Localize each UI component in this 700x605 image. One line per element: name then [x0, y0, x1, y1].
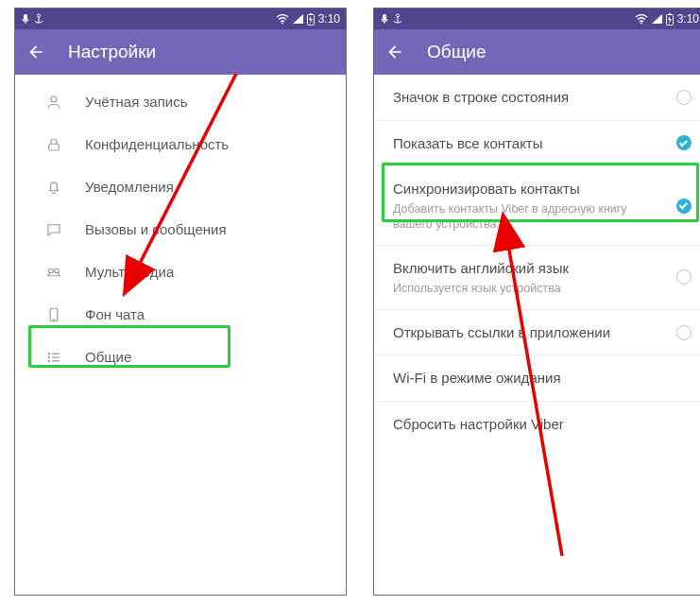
microphone-icon — [21, 13, 30, 25]
status-right-icons: 3:10 — [276, 12, 340, 26]
svg-point-17 — [48, 356, 49, 357]
radio-off-icon[interactable] — [676, 90, 691, 105]
svg-rect-21 — [383, 14, 386, 21]
arrow-left-icon — [26, 43, 45, 61]
svg-point-19 — [48, 360, 49, 361]
back-button[interactable] — [26, 43, 45, 61]
general-item-status-icon[interactable]: Значок в строке состояния — [374, 75, 700, 121]
status-left-icons — [380, 13, 402, 25]
general-item-title: Синхронизировать контакты — [393, 180, 657, 199]
svg-point-15 — [48, 353, 49, 354]
svg-marker-8 — [309, 16, 313, 24]
svg-point-23 — [397, 14, 400, 17]
arrow-left-icon — [385, 43, 404, 61]
svg-rect-0 — [24, 14, 27, 21]
signal-icon — [293, 14, 303, 24]
general-item-subtitle: Добавить контакты Viber в адресную книгу… — [393, 201, 657, 233]
radio-off-icon[interactable] — [676, 325, 691, 340]
status-right-icons: 3:10 — [635, 12, 699, 26]
svg-point-25 — [640, 22, 642, 24]
svg-point-12 — [55, 268, 60, 273]
general-item-english[interactable]: Включить английский язык Используется яз… — [374, 246, 700, 310]
app-header: Настройки — [15, 29, 346, 75]
phone-frame-icon — [43, 304, 64, 325]
settings-item-label: Учётная запись — [85, 94, 188, 110]
app-header: Общие — [374, 29, 700, 75]
general-item-sync-contacts[interactable]: Синхронизировать контакты Добавить конта… — [374, 166, 700, 246]
settings-item-calls[interactable]: Вызовы и сообщения — [15, 208, 346, 251]
general-item-title: Включить английский язык — [393, 259, 657, 278]
status-bar: 3:10 — [15, 9, 346, 29]
wifi-icon — [276, 14, 289, 25]
settings-item-notifications[interactable]: Уведомления — [15, 165, 346, 208]
settings-item-general[interactable]: Общие — [15, 336, 346, 378]
radio-on-icon[interactable] — [676, 135, 691, 150]
settings-item-account[interactable]: Учётная запись — [15, 80, 346, 123]
general-item-title: Показать все контакты — [393, 134, 657, 153]
general-item-title: Значок в строке состояния — [393, 88, 657, 107]
general-item-title: Открывать ссылки в приложении — [393, 323, 657, 342]
status-left-icons — [21, 13, 43, 25]
microphone-icon — [380, 13, 389, 25]
settings-item-background[interactable]: Фон чата — [15, 293, 346, 336]
page-title: Настройки — [68, 42, 156, 62]
settings-item-label: Общие — [85, 349, 131, 365]
signal-icon — [652, 14, 662, 24]
settings-item-label: Уведомления — [85, 179, 174, 195]
general-item-reset[interactable]: Сбросить настройки Viber — [374, 402, 700, 447]
general-item-title: Сбросить настройки Viber — [393, 415, 657, 434]
settings-item-label: Вызовы и сообщения — [85, 221, 227, 237]
settings-item-label: Мультимедиа — [85, 264, 174, 280]
radio-on-icon[interactable] — [676, 199, 691, 214]
lock-icon — [43, 134, 64, 155]
user-icon — [43, 92, 64, 112]
status-time: 3:10 — [677, 12, 699, 26]
media-icon — [43, 262, 64, 283]
settings-item-privacy[interactable]: Конфиденциальность — [15, 123, 346, 165]
bell-icon — [43, 177, 64, 198]
page-title: Общие — [427, 42, 486, 62]
svg-point-9 — [51, 96, 57, 102]
radio-off-icon[interactable] — [676, 269, 691, 285]
svg-marker-26 — [652, 14, 662, 24]
svg-point-11 — [49, 268, 54, 273]
general-item-wifi-sleep[interactable]: Wi-Fi в режиме ожидания — [374, 355, 700, 402]
status-bar: 3:10 — [374, 9, 700, 29]
svg-rect-10 — [49, 144, 60, 150]
phone-settings: 3:10 Настройки Учётная запись Конфиденци… — [14, 8, 347, 596]
general-item-title: Wi-Fi в режиме ожидания — [393, 369, 657, 388]
battery-charging-icon — [307, 13, 315, 26]
chat-icon — [43, 219, 64, 240]
list-icon — [43, 347, 64, 368]
anchor-icon — [34, 13, 43, 25]
general-item-subtitle: Используется язык устройства — [393, 281, 657, 296]
battery-charging-icon — [666, 13, 674, 26]
anchor-icon — [393, 13, 402, 25]
settings-list: Учётная запись Конфиденциальность Уведом… — [15, 75, 346, 384]
settings-item-media[interactable]: Мультимедиа — [15, 251, 346, 293]
general-item-links[interactable]: Открывать ссылки в приложении — [374, 310, 700, 356]
svg-marker-5 — [293, 14, 303, 24]
general-list: Значок в строке состояния Показать все к… — [374, 75, 700, 446]
settings-item-label: Конфиденциальность — [85, 136, 229, 152]
svg-marker-29 — [668, 16, 672, 24]
svg-point-4 — [282, 22, 283, 24]
wifi-icon — [635, 14, 648, 25]
general-item-show-contacts[interactable]: Показать все контакты — [374, 121, 700, 167]
back-button[interactable] — [385, 43, 404, 61]
phone-general: 3:10 Общие Значок в строке состояния Пок… — [373, 8, 700, 596]
status-time: 3:10 — [318, 12, 340, 26]
svg-point-2 — [38, 14, 41, 17]
settings-item-label: Фон чата — [85, 306, 145, 322]
